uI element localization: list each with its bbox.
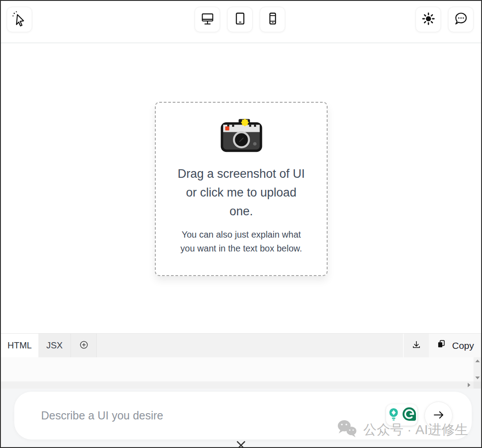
dropzone-subtitle: You can also just explain what you want …: [156, 228, 327, 255]
x-icon: [235, 445, 247, 448]
scroll-down-icon[interactable]: [475, 377, 480, 379]
tab-html-label: HTML: [8, 340, 32, 351]
arrow-right-icon: [431, 407, 446, 424]
desktop-monitor-icon: [199, 10, 216, 29]
code-panel-tabbar: HTML JSX: [1, 333, 481, 357]
add-tab-button[interactable]: [71, 334, 97, 357]
copy-label: Copy: [452, 340, 474, 351]
cursor-select-button[interactable]: [7, 7, 32, 32]
prompt-pill: [14, 392, 472, 440]
scroll-up-icon[interactable]: [475, 360, 480, 362]
tab-jsx[interactable]: JSX: [38, 334, 71, 357]
scroll-right-icon[interactable]: [468, 383, 470, 387]
dropzone-title: Drag a screenshot of UI or click me to u…: [156, 164, 327, 221]
mobile-preview-button[interactable]: [260, 7, 285, 32]
tabbar-spacer: [97, 334, 403, 357]
chat-bubble-dots-icon: [452, 10, 470, 29]
copy-pages-icon: [436, 339, 448, 352]
screenshot-dropzone[interactable]: Drag a screenshot of UI or click me to u…: [155, 102, 328, 276]
app-window: Drag a screenshot of UI or click me to u…: [0, 0, 482, 448]
lightbulb-icon: [387, 406, 400, 423]
plus-circle-icon: [77, 338, 91, 353]
tab-html[interactable]: HTML: [1, 334, 38, 357]
preview-canvas: Drag a screenshot of UI or click me to u…: [1, 44, 481, 333]
camera-with-flash-emoji: [156, 116, 327, 154]
grammarly-g-icon: [402, 406, 417, 423]
close-prompt-button[interactable]: [235, 440, 247, 448]
tab-jsx-label: JSX: [46, 340, 63, 351]
prompt-input[interactable]: [41, 392, 362, 440]
desktop-preview-button[interactable]: [195, 7, 220, 32]
tablet-preview-button[interactable]: [227, 7, 253, 32]
code-editor[interactable]: [1, 357, 481, 389]
download-code-button[interactable]: [403, 334, 429, 357]
feedback-chat-button[interactable]: [448, 7, 474, 32]
download-icon: [410, 338, 423, 353]
vertical-scrollbar[interactable]: [474, 357, 481, 381]
cursor-click-icon: [11, 10, 29, 29]
tablet-icon: [231, 10, 249, 29]
copy-code-button[interactable]: Copy: [429, 334, 481, 357]
mobile-phone-icon: [264, 10, 282, 29]
scrollbar-corner: [474, 381, 481, 389]
theme-toggle-button[interactable]: [416, 7, 441, 32]
send-button[interactable]: [424, 402, 453, 430]
grammarly-widget[interactable]: [386, 404, 417, 426]
sun-icon: [420, 10, 437, 29]
prompt-bar-section: 公众号 · AI进修生: [1, 389, 481, 447]
horizontal-scrollbar[interactable]: [1, 381, 474, 389]
top-toolbar: [1, 1, 481, 43]
